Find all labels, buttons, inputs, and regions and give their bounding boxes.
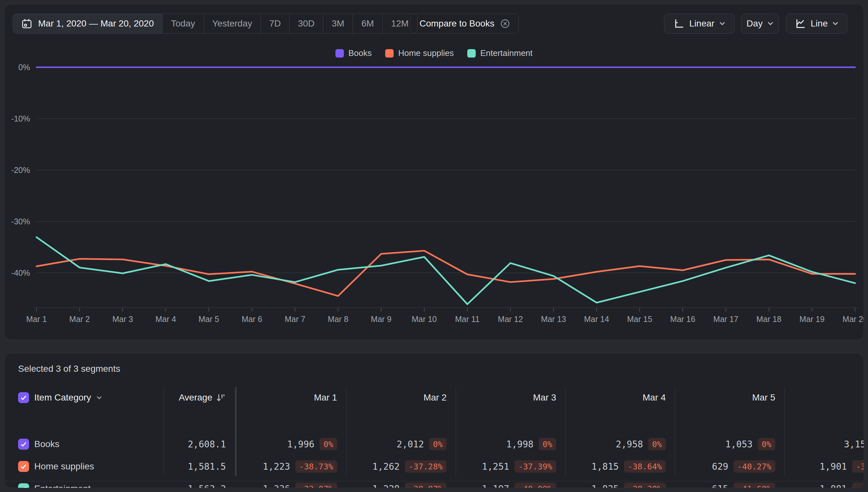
series-line-entertainment[interactable] [36, 237, 855, 304]
y-axis-label: -30% [11, 217, 30, 226]
table-cell-entertainment-col2: 1,228-38.97% [346, 478, 456, 488]
cell-value: 1,825 [591, 484, 618, 488]
x-axis-label: Mar 11 [455, 315, 480, 324]
table-cell-books-col4: 2,9580% [565, 434, 675, 455]
select-all-checkbox[interactable] [18, 392, 29, 403]
cell-value: 1,262 [372, 461, 400, 472]
x-axis-label: Mar 16 [670, 315, 695, 324]
chart-card: Mar 1, 2020 — Mar 20, 2020 TodayYesterda… [4, 4, 864, 340]
percent-change-badge: -39.77% [852, 460, 864, 473]
table-row-label-entertainment: Entertainment [4, 478, 154, 488]
table-cell-books-col2: 2,0120% [346, 434, 456, 455]
segment-name: Home supplies [34, 461, 94, 472]
table-cell-home-supplies-col1: 1,223-38.73% [236, 456, 346, 477]
table-cell-home-supplies-col6: 1,901-39.77% [784, 456, 864, 477]
y-axis-label: 0% [19, 63, 30, 72]
table-header-mar-2[interactable]: Mar 2 [346, 387, 456, 408]
x-axis-label: Mar 17 [713, 315, 738, 324]
x-axis-label: Mar 13 [541, 315, 566, 324]
cell-value: 1,815 [591, 461, 618, 472]
cell-value: 3,156 [844, 439, 864, 450]
percent-change-badge: -38.30% [624, 483, 666, 488]
percent-change-badge: 0% [429, 438, 446, 450]
percent-change-badge: -38.73% [296, 460, 337, 473]
percent-change-badge: -37.39% [514, 460, 556, 473]
table-cell-books-col1: 1,9960% [236, 434, 346, 455]
table-bottom-divider [4, 481, 864, 481]
table-cell-home-supplies-col5: 629-40.27% [675, 456, 784, 477]
segments-table: Item Category Average Mar 1Mar 2Mar 3Mar… [4, 387, 864, 477]
average-label: Average [179, 392, 212, 403]
table-header-mar-5[interactable]: Mar 5 [675, 387, 784, 408]
table-header-mar-4[interactable]: Mar 4 [565, 387, 675, 408]
percent-change-badge: 0% [648, 438, 666, 450]
cell-value: 1,336 [263, 484, 290, 488]
percent-change-badge: -38.64% [624, 460, 666, 473]
average-value-entertainment: 1,563.2 [163, 478, 226, 488]
table-header-average[interactable]: Average [163, 387, 226, 408]
table-header-item-category[interactable]: Item Category [4, 387, 154, 408]
cell-value: 1,901 [819, 461, 847, 472]
average-value-books: 2,608.1 [163, 434, 226, 455]
table-header-clipped[interactable] [784, 387, 864, 408]
table-cell-home-supplies-col4: 1,815-38.64% [565, 456, 675, 477]
percent-change-badge: -40.40% [852, 483, 864, 488]
average-value-home-supplies: 1,581.5 [163, 456, 226, 477]
table-cell-entertainment-col6: 1,881-40.40% [784, 478, 864, 488]
cell-value: 1,998 [506, 439, 534, 450]
cell-value: 1,251 [482, 461, 509, 472]
percent-change-badge: 0% [758, 438, 775, 450]
sort-descending-icon [216, 393, 226, 402]
selected-segments-text: Selected 3 of 3 segments [18, 364, 120, 374]
chevron-down-icon [96, 396, 102, 400]
table-cell-home-supplies-col2: 1,262-37.28% [346, 456, 456, 477]
line-chart[interactable]: 0%-10%-20%-30%-40%Mar 1Mar 2Mar 3Mar 4Ma… [4, 4, 864, 340]
y-axis-label: -40% [11, 268, 30, 277]
table-header-mar-3[interactable]: Mar 3 [456, 387, 565, 408]
cell-value: 1,881 [819, 484, 847, 488]
percent-change-badge: -40.27% [734, 460, 775, 473]
segments-table-card: Selected 3 of 3 segments Item Category A… [4, 353, 864, 488]
x-axis-label: Mar 18 [756, 315, 782, 324]
table-cell-entertainment-col4: 1,825-38.30% [565, 478, 675, 488]
segment-name: Books [34, 439, 59, 449]
cell-value: 2,958 [616, 439, 643, 450]
row-checkbox-books[interactable] [18, 439, 29, 450]
table-cell-books-col5: 1,0530% [675, 434, 784, 455]
table-cell-entertainment-col1: 1,336-33.07% [236, 478, 346, 488]
cell-value: 2,012 [397, 439, 424, 450]
x-axis-label: Mar 12 [498, 315, 523, 324]
row-checkbox-home-supplies[interactable] [18, 461, 29, 472]
x-axis-label: Mar 7 [285, 315, 305, 324]
segment-name: Entertainment [34, 484, 91, 488]
x-axis-label: Mar 4 [155, 315, 176, 324]
x-axis-label: Mar 10 [412, 315, 437, 324]
row-checkbox-entertainment[interactable] [18, 483, 29, 488]
table-cell-books-col3: 1,9980% [456, 434, 565, 455]
x-axis-label: Mar 1 [26, 315, 47, 324]
x-axis-label: Mar 9 [371, 315, 392, 324]
table-row-label-books: Books [4, 434, 154, 455]
cell-value: 1,223 [263, 461, 290, 472]
y-axis-label: -10% [11, 114, 30, 123]
x-axis-label: Mar 6 [242, 315, 262, 324]
x-axis-label: Mar 5 [198, 315, 219, 324]
cell-value: 629 [712, 461, 729, 472]
percent-change-badge: 0% [539, 438, 556, 450]
series-line-home-supplies[interactable] [36, 251, 855, 296]
cell-value: 615 [712, 484, 729, 488]
percent-change-badge: -41.60% [734, 483, 775, 488]
table-cell-entertainment-col3: 1,197-40.09% [456, 478, 565, 488]
x-axis-label: Mar 14 [584, 315, 609, 324]
table-cell-entertainment-col5: 615-41.60% [675, 478, 784, 488]
cell-value: 1,053 [725, 439, 752, 450]
x-axis-label: Mar 20 [842, 315, 864, 324]
percent-change-badge: -40.09% [514, 483, 556, 488]
cell-value: 1,228 [372, 484, 400, 488]
percent-change-badge: -38.97% [405, 483, 446, 488]
x-axis-label: Mar 8 [328, 315, 348, 324]
table-header-mar-1[interactable]: Mar 1 [236, 387, 346, 408]
x-axis-label: Mar 19 [799, 315, 825, 324]
table-cell-books-col6: 3,1560% [784, 434, 864, 455]
y-axis-label: -20% [11, 166, 30, 175]
